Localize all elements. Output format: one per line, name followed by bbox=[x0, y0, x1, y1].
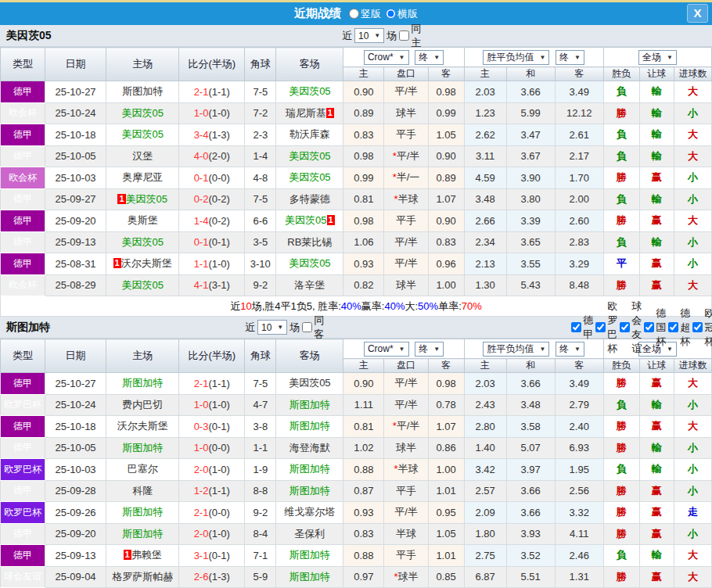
league-filter[interactable]: 欧罗巴杯 bbox=[595, 299, 617, 356]
league-type-cell: 球会友谊 bbox=[1, 566, 45, 588]
score-cell: 4-1(3-1) bbox=[179, 274, 245, 296]
avg-draw-value: 3.66 bbox=[506, 81, 555, 103]
avg-draw-value: 3.48 bbox=[506, 394, 555, 416]
odds-away-value: 1.00 bbox=[428, 459, 464, 481]
team-name-text: 斯图加特 bbox=[289, 420, 330, 432]
league-type-cell: 欧会杯 bbox=[1, 274, 45, 296]
odds-away-value: 1.07 bbox=[428, 188, 464, 210]
result-goals: 小 bbox=[674, 437, 711, 459]
half-time-score: (1-0) bbox=[208, 107, 229, 119]
handicap-text: 球半 bbox=[396, 442, 416, 454]
games-count-value: 10 bbox=[358, 30, 369, 41]
league-type-cell: 德甲 bbox=[1, 81, 45, 103]
half-time-score: (0-1) bbox=[208, 236, 229, 248]
league-label: 欧罗巴杯 bbox=[607, 299, 617, 356]
odds-handicap-value: 平/半 bbox=[384, 394, 428, 416]
same-venue-checkbox[interactable] bbox=[399, 30, 409, 41]
result-wdl: 勝 bbox=[603, 437, 639, 459]
match-row: 德甲25-09-13美因茨050-1(0-1)3-5RB莱比锡1.06平/半0.… bbox=[1, 231, 712, 253]
score-cell: 2-0(1-0) bbox=[179, 459, 245, 481]
handicap-text: 平/半 bbox=[394, 236, 418, 248]
col-score: 比分(半场) bbox=[179, 48, 245, 81]
odds-home-value: 0.97 bbox=[343, 566, 384, 588]
avg-draw-value: 3.66 bbox=[506, 502, 555, 524]
league-type-cell: 德甲 bbox=[1, 231, 45, 253]
full-time-score: 3-1 bbox=[194, 550, 209, 561]
avg-home-value: 6.87 bbox=[464, 566, 506, 588]
avg-draw-value: 3.93 bbox=[506, 523, 555, 545]
same-venue-filter[interactable]: 同客 bbox=[302, 314, 324, 342]
league-checkbox[interactable] bbox=[692, 322, 703, 332]
corner-count: 2-3 bbox=[245, 124, 276, 146]
odds-home-value: 0.83 bbox=[343, 124, 384, 146]
league-filter[interactable]: 德甲 bbox=[571, 314, 593, 342]
half-time-score: (0-0) bbox=[208, 442, 229, 454]
avg-draw-value: 5.07 bbox=[506, 437, 555, 459]
league-filter[interactable]: 欧冠杯 bbox=[692, 307, 712, 349]
corner-count: 3-5 bbox=[245, 231, 276, 253]
home-team-cell: 1美因茨05 bbox=[106, 188, 179, 210]
result-wdl: 勝 bbox=[603, 210, 639, 232]
half-time-score: (0-1) bbox=[208, 550, 229, 561]
league-type-cell: 德甲 bbox=[1, 145, 45, 167]
league-filter[interactable]: 德国杯 bbox=[644, 307, 666, 349]
handicap-text: 球半 bbox=[396, 279, 416, 291]
section-mainz: 美因茨05 近 10 ▼ 场 同主 德甲欧会杯德国杯球会友谊 类型 日期 bbox=[0, 25, 712, 317]
odds-home-value: 0.87 bbox=[343, 480, 384, 502]
home-team-cell: 斯图加特 bbox=[106, 502, 179, 524]
card-badge: 1 bbox=[117, 194, 125, 204]
filter-row-mainz: 美因茨05 近 10 ▼ 场 同主 德甲欧会杯德国杯球会友谊 bbox=[0, 25, 712, 47]
odds-handicap-value: 平/半 bbox=[384, 253, 428, 275]
league-checkbox[interactable] bbox=[595, 322, 606, 332]
games-count-select[interactable]: 10 ▼ bbox=[354, 28, 384, 43]
odds-away-value: 1.01 bbox=[428, 480, 464, 502]
full-time-score: 1-0 bbox=[194, 107, 209, 119]
score-cell: 2-1(1-1) bbox=[179, 81, 245, 103]
half-time-score: (1-0) bbox=[208, 528, 229, 540]
full-time-score: 4-0 bbox=[194, 150, 209, 162]
results-table-stuttgart: 类型 日期 主场 比分(半场) 角球 客场 Crow*▼ 终▼ 胜平负均值▼ 终… bbox=[0, 339, 712, 588]
odds-handicap-value: *半/一 bbox=[384, 167, 428, 189]
match-row: 德甲25-09-20斯图加特2-0(1-0)8-4圣保利0.83半球1.051.… bbox=[1, 523, 712, 545]
home-team-cell: 美因茨05 bbox=[106, 274, 179, 296]
half-time-score: (1-1) bbox=[208, 378, 229, 389]
avg-draw-value: 3.39 bbox=[506, 210, 555, 232]
odds-handicap-value: *平/半 bbox=[384, 145, 428, 167]
match-row: 德甲25-10-05汉堡4-0(2-0)1-4美因茨050.98*平/半0.90… bbox=[1, 145, 712, 167]
odds-home-value: 0.98 bbox=[343, 145, 384, 167]
league-filter[interactable]: 球会友谊 bbox=[620, 299, 642, 356]
result-wdl: 負 bbox=[603, 545, 639, 567]
full-time-score: 0-3 bbox=[194, 421, 209, 432]
avg-draw-value: 3.65 bbox=[506, 231, 555, 253]
half-time-score: (1-3) bbox=[208, 571, 229, 583]
same-venue-filter[interactable]: 同主 bbox=[399, 22, 421, 50]
home-team-cell: 费内巴切 bbox=[106, 394, 179, 416]
games-count-select[interactable]: 10 ▼ bbox=[257, 320, 287, 335]
odds-home-value: 1.11 bbox=[343, 394, 384, 416]
col-avg-away: 客 bbox=[555, 359, 603, 373]
team-name-text: 沃尔夫斯堡 bbox=[117, 420, 168, 432]
odds-away-value: 1.05 bbox=[428, 124, 464, 146]
league-filter[interactable]: 德超杯 bbox=[668, 307, 690, 349]
league-checkbox[interactable] bbox=[571, 322, 581, 332]
near-label: 近 bbox=[245, 321, 255, 335]
same-venue-checkbox[interactable] bbox=[302, 322, 312, 332]
league-checkbox[interactable] bbox=[644, 322, 654, 332]
result-wdl: 平 bbox=[603, 253, 639, 275]
result-wdl: 勝 bbox=[603, 102, 639, 124]
match-date: 25-09-20 bbox=[45, 210, 106, 232]
corner-count: 8-8 bbox=[245, 480, 276, 502]
result-wdl: 勝 bbox=[603, 566, 639, 588]
handicap-text: 平/半 bbox=[394, 85, 418, 97]
league-checkbox[interactable] bbox=[668, 322, 678, 332]
away-team-cell: 斯图加特 bbox=[276, 566, 343, 588]
away-team-cell: 圣保利 bbox=[276, 523, 343, 545]
avg-draw-value: 5.99 bbox=[506, 102, 555, 124]
team-name-text: 斯图加特 bbox=[289, 571, 330, 583]
league-type-cell: 德甲 bbox=[1, 480, 45, 502]
games-label: 场 bbox=[289, 321, 300, 335]
league-checkbox[interactable] bbox=[620, 322, 630, 332]
corner-count: 8-4 bbox=[245, 523, 276, 545]
avg-home-value: 1.23 bbox=[464, 102, 506, 124]
match-date: 25-10-18 bbox=[45, 416, 106, 438]
